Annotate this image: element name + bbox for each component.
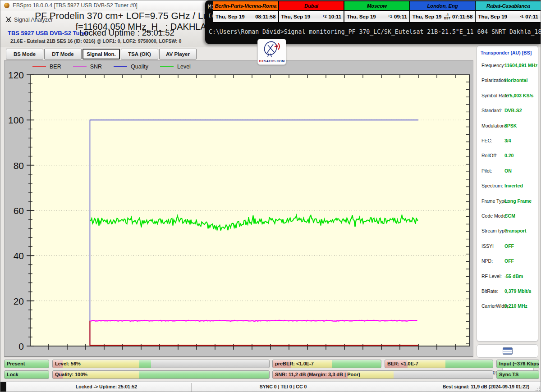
logo-text: DXSATCS.COM (259, 59, 284, 63)
svg-text:60: 60 (14, 205, 24, 216)
transponder-row-value: OFF (504, 243, 514, 249)
indicator-label: Sync TS (499, 372, 518, 377)
svg-text:120: 120 (8, 70, 24, 80)
transponder-row-label: Frequency: (481, 63, 505, 68)
indicator-quality: Quality: 100% (52, 370, 270, 379)
transponder-panel: Transponder (AU) [BS] Frequency:11604,09… (477, 46, 538, 342)
legend-dash (160, 66, 174, 67)
transponder-row-value: 8PSK (504, 123, 517, 128)
svg-text:80: 80 (14, 160, 24, 171)
tab-bs-mode[interactable]: BS Mode (6, 49, 43, 59)
chart-legend: BERSNRQualityLevel (32, 64, 202, 70)
clock-date: Thu, Sep 19 (347, 14, 388, 19)
tab-tsa-ok-[interactable]: TSA (OK) (121, 49, 158, 59)
clock-date: Thu, Sep 19 (215, 14, 255, 19)
indicator-input: Input (~376 Kbps) (496, 360, 539, 368)
transponder-row-label: Frame Type: (481, 198, 508, 204)
clock-time-row: Thu, Sep 1908:11:58 (213, 11, 278, 22)
legend-item-snr: SNR (73, 64, 102, 70)
tab-signal-mon-[interactable]: Signal Mon. (83, 49, 120, 59)
legend-dash (73, 66, 87, 67)
indicator-label: preBER: <1.0E-7 (275, 361, 314, 366)
indicator-ber: BER: <1.0E-7 (385, 360, 493, 368)
indicator-label: Level: 56% (55, 361, 81, 366)
transponder-row-value: 0,210 MHz (504, 303, 527, 309)
ebspro-app-icon (4, 3, 9, 8)
console-prompt-text: C:\Users\Roman Dávid>Signal monitoring_P… (209, 28, 541, 35)
transponder-row-label: Polarization: (481, 77, 508, 83)
signal-chart-region: BERSNRQualityLevel 020406080100120 (4, 60, 473, 357)
clock-date: Thu, Sep 19 (478, 14, 520, 19)
legend-dash (32, 66, 46, 67)
status-bar: Locked -> Uptime: 25:01:52 SYNC 0 | TEI … (0, 381, 541, 392)
legend-item-quality: Quality (114, 64, 148, 70)
clock-city-label: Dubai (279, 1, 344, 11)
offset-value: +2 (322, 14, 327, 18)
transponder-row-label: Spectrum: (481, 183, 503, 188)
transponder-row-value: 0.20 (504, 153, 513, 158)
tab-av-player[interactable]: AV Player (159, 49, 197, 59)
transponder-row-label: Pilot: (481, 168, 492, 173)
transponder-row-label: RollOff: (481, 153, 497, 158)
transponder-row-value: Inverted (504, 183, 523, 188)
clock-moscow: MoscowThu, Sep 19+109:11 (344, 1, 410, 23)
clock-city-label: Rabat-Casablanca (476, 1, 541, 11)
svg-text:100: 100 (8, 115, 24, 125)
legend-item-ber: BER (32, 64, 61, 70)
offset-dst-label: DST (444, 17, 450, 20)
transponder-panel-title: Transponder (AU) [BS] (481, 50, 532, 55)
dxsatcs-logo: DXSATCS.COM (257, 39, 286, 65)
satellite-dish-icon (261, 41, 282, 59)
transponder-row-label: ISSYI (481, 243, 494, 249)
clock-utc-offset: +1 (388, 14, 392, 18)
command-prompt-window: Mi (c Berlin-Paris-Vienna-RomaThu, Sep 1… (205, 0, 541, 44)
signal-plot: 020406080100120 (5, 61, 473, 356)
indicator-present: Present (4, 360, 49, 368)
transponder-row-value: -55 dBm (504, 273, 523, 279)
transponder-row-value: 11604,091 MHz (504, 63, 538, 68)
clock-time-row: Thu, Sep 19+210:11 (279, 11, 344, 22)
legend-label: SNR (90, 64, 102, 70)
transponder-row-label: RF Level: (481, 273, 502, 279)
transponder-row-label: Standard: (481, 108, 502, 113)
window-title: EBSpro 18.0.0.4 [TBS 5927 USB DVB-S2 Tun… (13, 2, 138, 9)
transponder-row-value: DVB-S2 (504, 108, 522, 113)
svg-text:20: 20 (14, 296, 24, 306)
ts-record-icon (503, 347, 513, 355)
legend-label: Quality (131, 64, 148, 70)
clock-city-label: Berlin-Paris-Vienna-Roma (213, 1, 278, 11)
transponder-row-value: 3/4 (504, 138, 511, 143)
transponder-row-value: Horizontal (504, 77, 527, 83)
tab-dt-mode[interactable]: DT Mode (44, 49, 82, 59)
clock-city-label: London, Eng (410, 1, 475, 11)
legend-dash (114, 66, 127, 67)
ts-record-button[interactable] (477, 344, 538, 358)
svg-text:0: 0 (18, 341, 24, 351)
indicator-label: SNR: 11,2 dB (Margin: 3,3 dB | Poor) (275, 372, 360, 377)
clock-date: Thu, Sep 19 (413, 14, 444, 19)
clock-dubai: DubaiThu, Sep 19+210:11 (279, 1, 345, 23)
clock-time-value: 08:11:58 (255, 14, 275, 19)
resize-grip[interactable] (535, 386, 540, 391)
indicator-label: BER: <1.0E-7 (387, 361, 418, 366)
clock-time-row: Thu, Sep 19+109:11 (344, 11, 409, 22)
clock-city-label: Moscow (344, 1, 409, 11)
transponder-row-value: OFF (504, 258, 514, 264)
transponder-row-value: 175,003 KS/s (504, 93, 533, 98)
statusbar-divider (191, 383, 192, 392)
indicator-preber: preBER: <1.0E-7 (272, 360, 381, 368)
clock-rabat-casablanca: Rabat-CasablancaThu, Sep 19-107:11 (476, 1, 541, 23)
clock-utc-offset: -1 (520, 14, 524, 18)
statusbar-black-box (0, 382, 6, 392)
offset-value: +1 (388, 14, 392, 18)
clock-date: Thu, Sep 19 (281, 14, 322, 19)
locked-uptime: Locked Uptime : 25:01:52 (79, 28, 174, 38)
clock-time-value: 07:11:58 (452, 14, 472, 19)
application-window: EBSpro 18.0.0.4 [TBS 5927 USB DVB-S2 Tun… (0, 0, 541, 392)
transponder-row-value: ON (504, 168, 512, 173)
legend-label: Level (177, 64, 191, 70)
clock-time-value: 07:11 (525, 14, 538, 19)
status-sync-counters: SYNC 0 | TEI 0 | CC 0 (260, 384, 307, 389)
clock-utc-offset: -1DST (444, 13, 450, 20)
clock-time-row: Thu, Sep 19-1DST07:11:58 (410, 11, 475, 22)
